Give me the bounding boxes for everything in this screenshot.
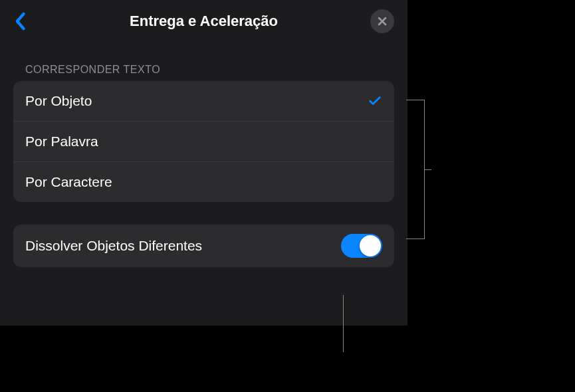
option-label: Por Objeto (25, 93, 92, 109)
match-text-options: Por Objeto Por Palavra Por Caractere (13, 81, 394, 202)
page-title: Entrega e Aceleração (130, 13, 278, 30)
callout-line (425, 169, 431, 170)
settings-panel: Entrega e Aceleração CORRESPONDER TEXTO … (0, 0, 407, 326)
dissolve-row: Dissolver Objetos Diferentes (13, 225, 394, 267)
option-by-object[interactable]: Por Objeto (13, 81, 394, 122)
close-button[interactable] (370, 9, 394, 33)
dissolve-label: Dissolver Objetos Diferentes (25, 238, 202, 254)
header: Entrega e Aceleração (0, 0, 407, 40)
close-icon (377, 16, 388, 27)
section-header-match-text: CORRESPONDER TEXTO (13, 64, 394, 76)
callout-line (343, 295, 344, 352)
dissolve-toggle[interactable] (341, 234, 382, 258)
option-label: Por Caractere (25, 174, 112, 190)
chevron-left-icon (13, 12, 27, 31)
toggle-knob (360, 235, 381, 256)
option-by-character[interactable]: Por Caractere (13, 162, 394, 202)
option-by-word[interactable]: Por Palavra (13, 122, 394, 162)
checkmark-icon (368, 94, 382, 108)
callout-bracket (406, 100, 425, 239)
option-label: Por Palavra (25, 134, 98, 149)
back-button[interactable] (13, 12, 27, 31)
content-area: CORRESPONDER TEXTO Por Objeto Por Palavr… (0, 40, 407, 280)
